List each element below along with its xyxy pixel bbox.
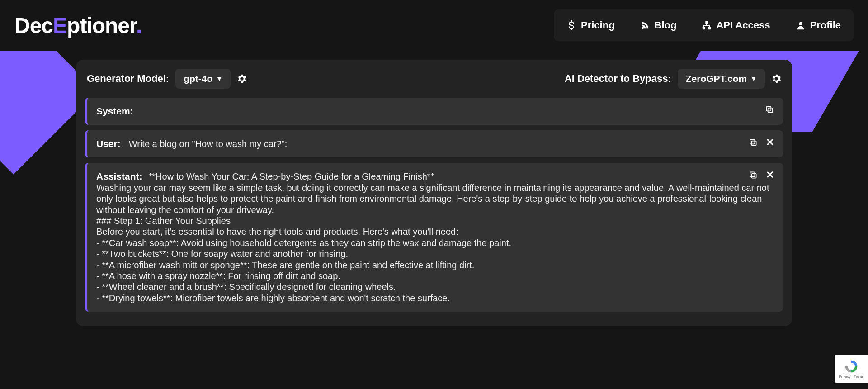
recaptcha-footer: Privacy - Terms bbox=[839, 375, 864, 379]
nav-api[interactable]: API Access bbox=[691, 11, 781, 39]
svg-rect-1 bbox=[706, 21, 708, 24]
logo-part-3: ptioner bbox=[67, 14, 136, 38]
nav-blog-label: Blog bbox=[655, 19, 677, 31]
svg-rect-10 bbox=[750, 172, 755, 177]
detector-control-group: AI Detector to Bypass: ZeroGPT.com ▼ bbox=[565, 69, 781, 89]
recaptcha-icon bbox=[844, 359, 859, 374]
dollar-icon bbox=[566, 20, 576, 30]
system-message: System: bbox=[85, 98, 783, 125]
brand-logo[interactable]: DecEptioner. bbox=[14, 13, 142, 38]
main-card: Generator Model: gpt-4o ▼ AI Detector to… bbox=[76, 60, 792, 326]
model-dropdown[interactable]: gpt-4o ▼ bbox=[175, 69, 231, 89]
caret-down-icon: ▼ bbox=[750, 75, 757, 82]
nav-pricing-label: Pricing bbox=[581, 19, 615, 31]
detector-label: AI Detector to Bypass: bbox=[565, 73, 671, 85]
svg-rect-3 bbox=[708, 27, 711, 29]
system-role-label: System: bbox=[96, 106, 133, 117]
svg-rect-6 bbox=[766, 106, 771, 111]
detector-value: ZeroGPT.com bbox=[686, 73, 747, 84]
svg-point-0 bbox=[641, 27, 644, 29]
user-role-label: User: bbox=[96, 138, 121, 149]
nav-pricing[interactable]: Pricing bbox=[556, 11, 626, 39]
nav-api-label: API Access bbox=[716, 19, 770, 31]
nav-blog[interactable]: Blog bbox=[629, 11, 688, 39]
top-nav: Pricing Blog API Access Profile bbox=[554, 9, 854, 41]
model-value: gpt-4o bbox=[184, 73, 212, 84]
close-icon[interactable]: ✕ bbox=[766, 138, 774, 147]
svg-rect-7 bbox=[752, 141, 756, 146]
blog-icon bbox=[640, 20, 650, 30]
nav-profile-label: Profile bbox=[810, 19, 841, 31]
assistant-message-text: **How to Wash Your Car: A Step-by-Step G… bbox=[96, 171, 769, 303]
user-message: User: Write a blog on "How to wash my ca… bbox=[85, 130, 783, 157]
close-icon[interactable]: ✕ bbox=[766, 170, 774, 180]
detector-settings-icon[interactable] bbox=[771, 74, 781, 84]
user-message-text: Write a blog on "How to wash my car?": bbox=[129, 138, 288, 149]
model-settings-icon[interactable] bbox=[237, 74, 247, 84]
logo-dot: . bbox=[136, 14, 142, 38]
logo-part-2: E bbox=[53, 14, 67, 38]
svg-rect-2 bbox=[703, 27, 705, 29]
controls-row: Generator Model: gpt-4o ▼ AI Detector to… bbox=[85, 69, 783, 98]
copy-icon[interactable] bbox=[749, 138, 758, 147]
svg-rect-8 bbox=[750, 139, 755, 144]
copy-icon[interactable] bbox=[749, 171, 758, 180]
svg-rect-5 bbox=[768, 108, 773, 113]
assistant-message: Assistant: **How to Wash Your Car: A Ste… bbox=[85, 163, 783, 312]
nav-profile[interactable]: Profile bbox=[785, 11, 852, 39]
user-icon bbox=[796, 20, 806, 30]
detector-dropdown[interactable]: ZeroGPT.com ▼ bbox=[678, 69, 765, 89]
recaptcha-badge[interactable]: Privacy - Terms bbox=[835, 355, 868, 383]
model-label: Generator Model: bbox=[87, 73, 169, 85]
caret-down-icon: ▼ bbox=[216, 75, 222, 82]
model-control-group: Generator Model: gpt-4o ▼ bbox=[87, 69, 247, 89]
api-icon bbox=[702, 20, 712, 30]
assistant-role-label: Assistant: bbox=[96, 171, 142, 182]
logo-part-1: Dec bbox=[14, 14, 53, 38]
svg-rect-9 bbox=[752, 174, 756, 178]
copy-icon[interactable] bbox=[765, 105, 774, 114]
svg-point-4 bbox=[799, 22, 802, 25]
